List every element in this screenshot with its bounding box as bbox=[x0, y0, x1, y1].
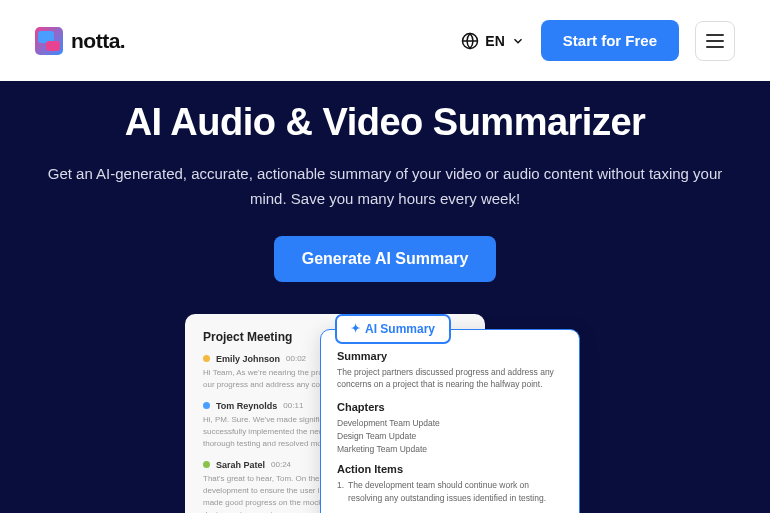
speaker-dot bbox=[203, 461, 210, 468]
chapter-item: Development Team Update bbox=[337, 417, 563, 430]
speaker-time: 00:11 bbox=[283, 401, 303, 410]
sparkle-icon: ✦ bbox=[351, 322, 360, 335]
speaker-name: Emily Johnson bbox=[216, 354, 280, 364]
brand-name: notta. bbox=[71, 29, 125, 53]
hamburger-line bbox=[706, 46, 724, 48]
chevron-down-icon bbox=[511, 34, 525, 48]
chapters-heading: Chapters bbox=[337, 401, 563, 413]
globe-icon bbox=[461, 32, 479, 50]
page-subtitle: Get an AI-generated, accurate, actionabl… bbox=[30, 162, 740, 212]
action-text: The development team should continue wor… bbox=[348, 479, 563, 505]
header-actions: EN Start for Free bbox=[461, 20, 735, 61]
hero-section: AI Audio & Video Summarizer Get an AI-ge… bbox=[0, 81, 770, 513]
chapter-item: Marketing Team Update bbox=[337, 443, 563, 456]
page-title: AI Audio & Video Summarizer bbox=[30, 101, 740, 144]
ai-summary-badge: ✦ AI Summary bbox=[335, 314, 451, 344]
language-selector[interactable]: EN bbox=[461, 32, 524, 50]
speaker-dot bbox=[203, 355, 210, 362]
header: notta. EN Start for Free bbox=[0, 0, 770, 81]
generate-summary-button[interactable]: Generate AI Summary bbox=[274, 236, 497, 282]
language-label: EN bbox=[485, 33, 504, 49]
summary-card: ✦ AI Summary Summary The project partner… bbox=[320, 329, 580, 514]
start-free-button[interactable]: Start for Free bbox=[541, 20, 679, 61]
summary-text: The project partners discussed progress … bbox=[337, 366, 563, 392]
speaker-dot bbox=[203, 402, 210, 409]
action-item: 1.The development team should continue w… bbox=[337, 479, 563, 505]
speaker-time: 00:02 bbox=[286, 354, 306, 363]
hamburger-line bbox=[706, 40, 724, 42]
speaker-name: Tom Reynolds bbox=[216, 401, 277, 411]
chapter-item: Design Team Update bbox=[337, 430, 563, 443]
hamburger-line bbox=[706, 34, 724, 36]
badge-label: AI Summary bbox=[365, 322, 435, 336]
speaker-time: 00:24 bbox=[271, 460, 291, 469]
speaker-name: Sarah Patel bbox=[216, 460, 265, 470]
summary-heading: Summary bbox=[337, 350, 563, 362]
actions-heading: Action Items bbox=[337, 463, 563, 475]
logo-icon bbox=[35, 27, 63, 55]
menu-button[interactable] bbox=[695, 21, 735, 61]
logo[interactable]: notta. bbox=[35, 27, 125, 55]
preview-container: Project Meeting Emily Johnson00:02Hi Tea… bbox=[185, 314, 585, 514]
